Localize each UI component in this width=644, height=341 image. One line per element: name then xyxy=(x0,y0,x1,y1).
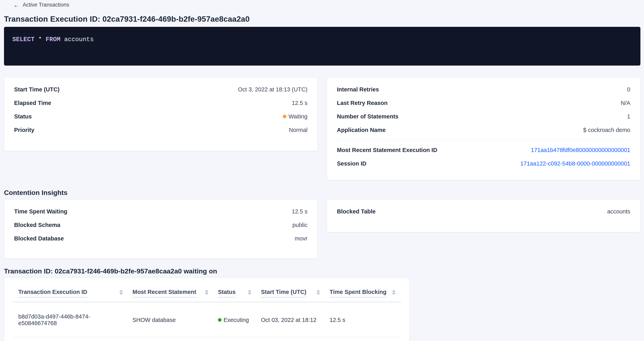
blocked-database-value: movr xyxy=(295,235,308,242)
last-retry-reason-label: Last Retry Reason xyxy=(337,100,388,106)
status-label: Status xyxy=(14,113,32,120)
table-row-divider xyxy=(12,337,401,337)
cell-status: Executing xyxy=(218,317,261,323)
page-title: Transaction Execution ID: 02ca7931-f246-… xyxy=(4,15,640,23)
back-link[interactable]: ← Active Transactions xyxy=(13,2,69,8)
statement-execution-id-link[interactable]: 171aa1b478fdf0e80000000000000001 xyxy=(531,147,630,153)
back-link-label: Active Transactions xyxy=(23,2,69,8)
blocked-schema-value: public xyxy=(292,222,308,228)
cell-transaction-execution-id: b8d7d03a-d497-446b-8474-e50846674768 xyxy=(18,313,132,327)
sql-star: * xyxy=(34,36,46,43)
internal-retries-row: Internal Retries 0 xyxy=(337,83,630,96)
arrow-left-icon: ← xyxy=(13,2,20,8)
internal-retries-value: 0 xyxy=(627,86,630,93)
transaction-details-card: Internal Retries 0 Last Retry Reason N/A… xyxy=(327,77,640,180)
table-header-row: Transaction Execution ID Most Recent Sta… xyxy=(4,278,409,298)
column-header-label: Status xyxy=(218,289,236,298)
cell-status-text: Executing xyxy=(224,317,249,323)
application-name-label: Application Name xyxy=(337,127,386,133)
sort-icon[interactable] xyxy=(205,290,208,295)
column-header-time-spent-blocking[interactable]: Time Spent Blocking xyxy=(330,289,405,298)
blocked-schema-row: Blocked Schema public xyxy=(14,218,308,232)
transaction-details-page: ← Active Transactions Transaction Execut… xyxy=(0,2,644,341)
blocked-table-card: Blocked Table accounts xyxy=(327,199,640,232)
priority-value: Normal xyxy=(289,127,308,133)
sql-keyword-select: SELECT xyxy=(12,36,34,43)
blocked-schema-label: Blocked Schema xyxy=(14,222,60,228)
last-retry-reason-value: N/A xyxy=(621,100,630,106)
column-header-label: Start Time (UTC) xyxy=(261,289,306,298)
number-of-statements-value: 1 xyxy=(627,113,630,120)
status-waiting-dot-icon xyxy=(283,115,286,118)
sort-icon[interactable] xyxy=(248,290,252,295)
cell-most-recent-statement: SHOW database xyxy=(132,317,218,323)
contention-details-card: Time Spent Waiting 12.5 s Blocked Schema… xyxy=(4,199,318,259)
execution-summary-card: Start Time (UTC) Oct 3, 2022 at 18:13 (U… xyxy=(4,77,318,151)
number-of-statements-label: Number of Statements xyxy=(337,113,398,120)
column-header-most-recent-statement[interactable]: Most Recent Statement xyxy=(132,289,218,298)
last-retry-reason-row: Last Retry Reason N/A xyxy=(337,96,630,110)
column-header-start-time[interactable]: Start Time (UTC) xyxy=(261,289,330,298)
statement-execution-id-row: Most Recent Statement Execution ID 171aa… xyxy=(337,143,630,157)
column-header-label: Transaction Execution ID xyxy=(18,289,87,298)
start-time-label: Start Time (UTC) xyxy=(14,86,60,93)
column-header-label: Most Recent Statement xyxy=(132,289,196,298)
session-id-label: Session ID xyxy=(337,160,366,167)
blocked-table-label: Blocked Table xyxy=(337,208,376,215)
priority-row: Priority Normal xyxy=(14,123,308,137)
card-divider xyxy=(337,140,630,140)
sql-statement-box: SELECT * FROM accounts xyxy=(4,27,640,65)
session-id-row: Session ID 171aa122-c092-54b8-0000-00000… xyxy=(337,157,630,170)
blocked-database-row: Blocked Database movr xyxy=(14,232,308,245)
sql-keyword-from: FROM xyxy=(46,36,60,43)
table-row: b8d7d03a-d497-446b-8474-e50846674768 SHO… xyxy=(4,302,409,327)
internal-retries-label: Internal Retries xyxy=(337,86,379,93)
priority-label: Priority xyxy=(14,127,34,133)
session-id-link[interactable]: 171aa122-c092-54b8-0000-000000000001 xyxy=(520,160,630,167)
summary-cards: Start Time (UTC) Oct 3, 2022 at 18:13 (U… xyxy=(4,77,640,180)
column-header-status[interactable]: Status xyxy=(218,289,261,298)
waiting-transactions-table: Transaction Execution ID Most Recent Sta… xyxy=(4,278,410,341)
status-value: Waiting xyxy=(283,113,308,120)
contention-insights-heading: Contention Insights xyxy=(4,189,640,197)
elapsed-time-row: Elapsed Time 12.5 s xyxy=(14,96,308,110)
waiting-on-heading: Transaction ID: 02ca7931-f246-469b-b2fe-… xyxy=(4,267,640,275)
start-time-value: Oct 3, 2022 at 18:13 (UTC) xyxy=(238,86,308,93)
blocked-table-row: Blocked Table accounts xyxy=(337,205,630,218)
sql-table-name: accounts xyxy=(60,36,94,43)
start-time-row: Start Time (UTC) Oct 3, 2022 at 18:13 (U… xyxy=(14,83,308,96)
time-spent-waiting-row: Time Spent Waiting 12.5 s xyxy=(14,205,308,218)
time-spent-waiting-label: Time Spent Waiting xyxy=(14,208,67,215)
application-name-row: Application Name $ cockroach demo xyxy=(337,123,630,137)
status-value-text: Waiting xyxy=(288,113,308,120)
application-name-value: $ cockroach demo xyxy=(583,127,630,133)
column-header-transaction-execution-id[interactable]: Transaction Execution ID xyxy=(18,289,132,298)
status-row: Status Waiting xyxy=(14,110,308,123)
sort-icon[interactable] xyxy=(316,290,320,295)
elapsed-time-label: Elapsed Time xyxy=(14,100,51,106)
statement-execution-id-label: Most Recent Statement Execution ID xyxy=(337,147,437,153)
cell-start-time: Oct 03, 2022 at 18:12 xyxy=(261,317,330,323)
blocked-table-value: accounts xyxy=(607,208,630,215)
number-of-statements-row: Number of Statements 1 xyxy=(337,110,630,123)
status-executing-dot-icon xyxy=(218,318,222,322)
column-header-label: Time Spent Blocking xyxy=(330,289,386,298)
elapsed-time-value: 12.5 s xyxy=(292,100,308,106)
time-spent-waiting-value: 12.5 s xyxy=(292,208,308,215)
contention-cards: Time Spent Waiting 12.5 s Blocked Schema… xyxy=(4,199,640,259)
cell-time-spent-blocking: 12.5 s xyxy=(330,317,405,323)
sort-icon[interactable] xyxy=(392,290,396,295)
blocked-database-label: Blocked Database xyxy=(14,235,64,242)
sql-statement: SELECT * FROM accounts xyxy=(12,36,94,43)
sort-icon[interactable] xyxy=(119,290,123,295)
